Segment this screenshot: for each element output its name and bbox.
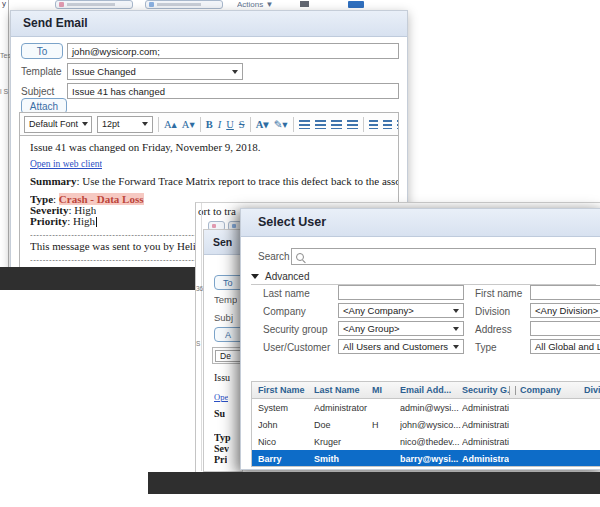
type-select[interactable]: All Global and Local [530, 339, 600, 354]
highlight-color-icon[interactable]: ✎▾ [274, 118, 288, 130]
font-family-select[interactable]: De [215, 350, 243, 362]
send-email-dialog-small: Sen To Temp Subj A De Issu Ope Su Typ Se… [203, 229, 243, 472]
dropdown-arrow-icon [142, 122, 148, 126]
cell-first-name: John [258, 420, 314, 430]
underline-icon[interactable]: U [226, 119, 234, 130]
align-center-icon[interactable] [315, 120, 326, 129]
select-user-dialog: Select User Search Advanced Last name Fi… [240, 208, 600, 470]
template-label: Temp [214, 294, 237, 305]
cell-email: nico@thedev... [400, 437, 462, 447]
column-header[interactable]: Email Add... [400, 385, 462, 395]
user-customer-label: User/Customer [263, 342, 330, 353]
email-line: Issue 41 was changed on Friday, November… [30, 141, 396, 153]
cell-security-group: Administration [462, 403, 509, 413]
dropdown-arrow-icon [453, 309, 459, 313]
dropdown-arrow-icon [232, 70, 238, 74]
font-family-select[interactable]: Default Font [24, 116, 92, 133]
open-in-web-client-link[interactable]: Open in web client [30, 159, 102, 169]
template-value: Issue Changed [72, 66, 136, 77]
search-input[interactable] [291, 248, 596, 265]
to-input[interactable]: john@wysicorp.com; [67, 43, 399, 59]
align-justify-icon[interactable] [347, 120, 358, 129]
letterbox-bar [148, 472, 600, 494]
font-size-value: 12pt [102, 119, 120, 129]
select-user-titlebar[interactable]: Select User [241, 209, 600, 237]
table-row-selected[interactable]: Barry Smith barry@wysi... Administrati..… [252, 450, 600, 467]
actions-menu[interactable]: Actions ▼ [237, 0, 273, 9]
subject-input[interactable]: Issue 41 has changed [67, 83, 399, 99]
email-summary-line: Summary: Use the Forward Trace Matrix re… [30, 175, 399, 187]
note-icon [59, 2, 64, 7]
cell-mi: H [372, 420, 400, 430]
background-fragment: S [196, 340, 200, 347]
background-toolbar-button[interactable] [145, 0, 223, 9]
toolbar-separator [250, 117, 251, 132]
email-priority-line: Priority: High [30, 215, 97, 227]
template-select[interactable]: Issue Changed [67, 63, 243, 80]
column-header[interactable]: Security G... [462, 385, 509, 395]
table-row[interactable]: System Administrator admin@wysi... Admin… [252, 399, 600, 416]
send-email-small-titlebar[interactable]: Sen [204, 230, 242, 255]
outdent-icon[interactable] [397, 120, 399, 129]
column-header[interactable]: Divisi [584, 385, 600, 395]
to-button[interactable]: To [214, 275, 243, 290]
column-header[interactable]: MI [372, 385, 400, 395]
summary-label: Summary [30, 175, 76, 187]
advanced-section-toggle[interactable]: Advanced [251, 269, 596, 285]
template-label: Template [21, 66, 62, 77]
cell-last-name: Kruger [314, 437, 372, 447]
cell-email: admin@wysi... [400, 403, 462, 413]
address-label: Address [475, 324, 512, 335]
font-color-icon[interactable]: A▾ [256, 118, 269, 130]
send-email-titlebar[interactable]: Send Email [11, 11, 407, 37]
text-cursor [96, 217, 97, 227]
cell-security-group: Administration [462, 437, 509, 447]
first-name-input[interactable] [530, 285, 600, 300]
numbered-list-icon[interactable] [369, 120, 378, 129]
cell-first-name: Barry [258, 454, 314, 464]
cell-last-name: Doe [314, 420, 372, 430]
attach-button[interactable]: A [214, 327, 243, 342]
column-resize-handle[interactable] [509, 386, 516, 395]
user-customer-select[interactable]: All Users and Customers [338, 339, 464, 354]
address-input[interactable] [530, 321, 600, 336]
to-button[interactable]: To [21, 43, 63, 59]
column-header[interactable]: Last Name [314, 385, 372, 395]
summary-text: : Use the Forward Trace Matrix report to… [76, 175, 399, 187]
column-header[interactable]: First Name [258, 385, 314, 395]
summary-label: Su [214, 408, 225, 419]
strikethrough-icon[interactable]: S [239, 119, 245, 130]
dropdown-arrow-icon [453, 327, 459, 331]
security-group-select[interactable]: <Any Group> [338, 321, 464, 336]
table-row[interactable]: John Doe H john@wysico... Administration [252, 416, 600, 433]
bullet-list-icon[interactable] [383, 120, 392, 129]
note-icon [212, 224, 216, 228]
subject-label: Subj [214, 312, 233, 323]
letterbox-bar [0, 267, 196, 290]
font-family-value: Default Font [29, 119, 78, 129]
column-header[interactable]: Company [520, 385, 584, 395]
toolbar-separator [293, 117, 294, 132]
security-group-value: <Any Group> [343, 323, 400, 334]
font-size-select[interactable]: 12pt [97, 116, 153, 133]
first-name-label: First name [475, 288, 522, 299]
italic-icon[interactable]: I [218, 119, 222, 130]
background-icon [348, 1, 364, 8]
last-name-input[interactable] [338, 285, 464, 300]
font-size-down-icon[interactable]: A▾ [182, 118, 195, 130]
table-row[interactable]: Nico Kruger nico@thedev... Administratio… [252, 433, 600, 450]
clipped-email-text: ort to tra [198, 205, 242, 217]
align-right-icon[interactable] [331, 120, 342, 129]
priority-label: Priority [30, 215, 67, 227]
bold-icon[interactable]: B [206, 119, 213, 130]
align-left-icon[interactable] [299, 120, 310, 129]
open-in-web-client-link[interactable]: Ope [214, 392, 228, 402]
background-divider [201, 203, 202, 471]
font-size-up-icon[interactable]: A▴ [164, 118, 177, 130]
priority-label: Pri [214, 454, 227, 465]
background-toolbar-button[interactable] [55, 0, 133, 9]
search-icon [296, 253, 304, 261]
company-select[interactable]: <Any Company> [338, 303, 464, 318]
blurred-label [157, 3, 201, 6]
division-select[interactable]: <Any Division> [530, 303, 600, 318]
